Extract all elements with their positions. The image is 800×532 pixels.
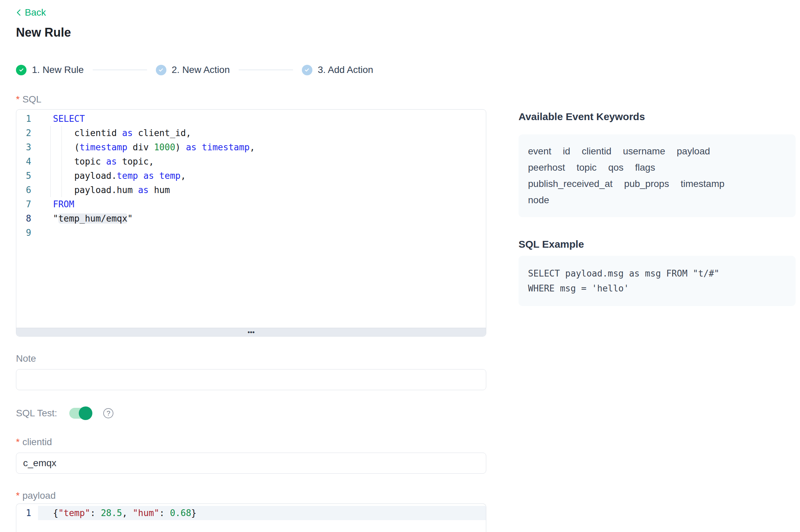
step-connector [93,70,147,70]
code-line[interactable]: 4 topic as topic, [16,154,486,169]
resize-dots-icon: ••• [248,328,255,336]
indent-guide [61,126,62,197]
event-keyword: flags [635,159,655,176]
help-icon[interactable]: ? [103,408,113,418]
event-keyword: timestamp [680,176,724,192]
event-keyword: peerhost [528,159,565,176]
event-keyword: payload [677,143,710,159]
sql-example-line: WHERE msg = 'hello' [528,281,786,296]
code-line[interactable]: 6 payload.hum as hum [16,183,486,197]
code-text: (timestamp div 1000) as timestamp, [38,140,486,154]
toggle-knob [79,406,92,420]
code-line[interactable]: 5 payload.temp as temp, [16,169,486,183]
sql-field-label: *SQL [16,94,486,104]
sql-test-label: SQL Test: [16,408,57,419]
line-number: 4 [16,154,38,169]
line-number: 2 [16,126,38,140]
payload-code-content[interactable]: 1{"temp": 28.5, "hum": 0.68} [16,504,486,520]
event-keyword: publish_received_at [528,176,613,192]
line-number: 5 [16,169,38,183]
clientid-input[interactable] [16,453,486,474]
line-number: 7 [16,197,38,211]
code-text: clientid as client_id, [38,126,486,140]
keyword-row: eventidclientidusernamepayload [528,143,786,159]
required-asterisk: * [16,437,20,447]
code-line[interactable]: 1{"temp": 28.5, "hum": 0.68} [16,506,486,520]
sql-test-toggle[interactable] [69,408,91,419]
sql-example-box: SELECT payload.msg as msg FROM "t/#"WHER… [519,256,796,306]
event-keyword: topic [577,159,597,176]
code-text: "temp_hum/emqx" [38,211,486,226]
sql-code-editor[interactable]: 1SELECT2 clientid as client_id,3 (timest… [16,109,486,337]
code-line[interactable]: 9 [16,226,486,240]
code-text: SELECT [38,112,486,126]
sql-example-line: SELECT payload.msg as msg FROM "t/#" [528,266,786,281]
step-1-new-rule[interactable]: 1. New Rule [16,64,84,75]
event-keyword: username [623,143,665,159]
note-input[interactable] [16,369,486,390]
step-1-check-icon [16,65,26,75]
event-keyword: clientid [582,143,611,159]
keywords-box: eventidclientidusernamepayloadpeerhostto… [519,134,796,217]
page-title: New Rule [16,25,486,40]
event-keyword: pub_props [624,176,669,192]
step-2-check-icon [156,65,166,75]
main-column: Back New Rule 1. New Rule 2. New Action … [16,0,486,532]
line-number: 3 [16,140,38,154]
sql-code-content[interactable]: 1SELECT2 clientid as client_id,3 (timest… [16,110,486,240]
step-connector [239,70,293,70]
code-text: topic as topic, [38,154,486,169]
step-3-label: 3. Add Action [318,64,373,75]
indent-guide [50,126,51,197]
code-line[interactable]: 2 clientid as client_id, [16,126,486,140]
keyword-row: peerhosttopicqosflags [528,159,786,176]
keywords-title: Available Event Keywords [519,111,796,123]
code-line[interactable]: 1SELECT [16,112,486,126]
note-field-label: Note [16,354,486,364]
payload-field-label: *payload [16,491,486,501]
required-asterisk: * [16,490,20,501]
line-number: 6 [16,183,38,197]
back-label: Back [25,7,46,18]
event-keyword: id [563,143,570,159]
code-line[interactable]: 3 (timestamp div 1000) as timestamp, [16,140,486,154]
required-asterisk: * [16,94,20,104]
code-line[interactable]: 7FROM [16,197,486,211]
stepper: 1. New Rule 2. New Action 3. Add Action [16,64,486,75]
keyword-row: publish_received_atpub_propstimestamp [528,176,786,192]
line-number: 9 [16,226,38,240]
event-keyword: node [528,192,549,208]
code-text: FROM [38,197,486,211]
help-panel: Available Event Keywords eventidclientid… [519,111,796,306]
code-text [38,226,486,240]
step-2-label: 2. New Action [172,64,230,75]
step-3-add-action[interactable]: 3. Add Action [302,64,373,75]
keyword-row: node [528,192,786,208]
line-number: 1 [16,112,38,126]
payload-code-editor[interactable]: 1{"temp": 28.5, "hum": 0.68} [16,504,486,532]
code-text: {"temp": 28.5, "hum": 0.68} [38,506,486,520]
sql-example-title: SQL Example [519,238,796,250]
step-3-check-icon [302,65,312,75]
code-line[interactable]: 8"temp_hum/emqx" [16,211,486,226]
code-text: payload.hum as hum [38,183,486,197]
event-keyword: event [528,143,551,159]
code-text: payload.temp as temp, [38,169,486,183]
event-keyword: qos [608,159,623,176]
line-number: 1 [16,506,38,520]
clientid-field-label: *clientid [16,437,486,447]
line-number: 8 [16,211,38,226]
step-1-label: 1. New Rule [32,64,84,75]
editor-resize-handle[interactable]: ••• [16,328,486,336]
back-link[interactable]: Back [16,7,46,18]
sql-test-row: SQL Test: ? [16,406,486,420]
step-2-new-action[interactable]: 2. New Action [156,64,230,75]
back-chevron-icon [16,9,21,16]
